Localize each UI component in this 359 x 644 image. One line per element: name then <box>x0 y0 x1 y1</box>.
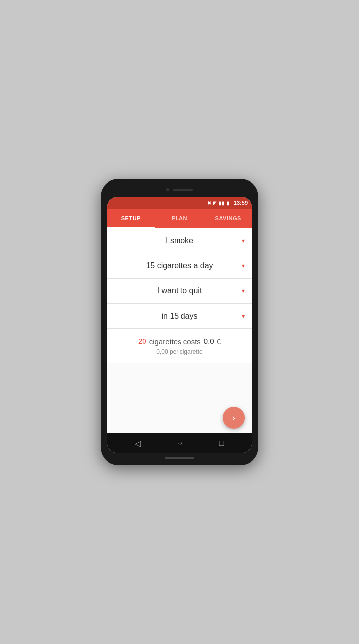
currency-symbol: € <box>217 337 221 346</box>
navigation-bar: ◁ ○ □ <box>107 433 252 453</box>
cigarettes-per-day-arrow-icon: ▾ <box>242 262 245 269</box>
home-indicator <box>165 457 194 459</box>
speaker-grille <box>173 189 193 191</box>
cigarettes-per-day-label: 15 cigarettes a day <box>146 261 213 270</box>
quit-days-label: in 15 days <box>162 312 198 321</box>
tab-plan[interactable]: PLAN <box>155 209 204 228</box>
want-to-quit-arrow-icon: ▾ <box>242 287 245 294</box>
quit-days-dropdown[interactable]: in 15 days ▾ <box>107 304 252 329</box>
phone-bottom <box>107 457 252 459</box>
phone-screen: ✖ ◤ ▮▮ ▮ 13:59 SETUP PLAN SAVINGS I smok <box>107 197 252 453</box>
cost-line: 20 cigarettes costs 0.0 € <box>138 337 221 346</box>
phone-top <box>107 185 252 195</box>
battery-icon: ▮ <box>227 200 230 206</box>
bluetooth-icon: ✖ <box>207 200 211 206</box>
fab-container: › <box>223 407 245 429</box>
cost-middle-text: cigarettes costs <box>149 337 201 346</box>
back-button[interactable]: ◁ <box>135 439 141 448</box>
recent-apps-button[interactable]: □ <box>219 439 224 448</box>
camera-icon <box>166 188 169 191</box>
phone-device: ✖ ◤ ▮▮ ▮ 13:59 SETUP PLAN SAVINGS I smok <box>101 179 258 465</box>
main-content: I smoke ▾ 15 cigarettes a day ▾ I want t… <box>107 228 252 433</box>
status-icons: ✖ ◤ ▮▮ ▮ 13:59 <box>207 200 248 206</box>
want-to-quit-dropdown[interactable]: I want to quit ▾ <box>107 279 252 304</box>
smoke-type-label: I smoke <box>166 236 193 245</box>
smoke-type-arrow-icon: ▾ <box>242 237 245 244</box>
tab-savings[interactable]: SAVINGS <box>204 209 252 228</box>
want-to-quit-label: I want to quit <box>157 286 202 295</box>
home-button[interactable]: ○ <box>178 439 182 448</box>
cigarette-quantity[interactable]: 20 <box>138 337 146 346</box>
cost-section: 20 cigarettes costs 0.0 € 0,00 per cigar… <box>107 329 252 363</box>
signal-icon: ▮▮ <box>219 200 225 206</box>
per-cigarette-label: 0,00 per cigarette <box>156 348 202 355</box>
next-icon: › <box>232 413 235 423</box>
tab-setup[interactable]: SETUP <box>107 209 155 228</box>
smoke-type-dropdown[interactable]: I smoke ▾ <box>107 228 252 253</box>
cigarettes-per-day-dropdown[interactable]: 15 cigarettes a day ▾ <box>107 253 252 279</box>
status-bar: ✖ ◤ ▮▮ ▮ 13:59 <box>107 197 252 209</box>
status-time: 13:59 <box>234 200 248 206</box>
quit-days-arrow-icon: ▾ <box>242 313 245 320</box>
wifi-icon: ◤ <box>213 200 217 206</box>
tab-bar: SETUP PLAN SAVINGS <box>107 209 252 228</box>
next-fab-button[interactable]: › <box>223 407 245 429</box>
cost-value[interactable]: 0.0 <box>204 337 214 346</box>
